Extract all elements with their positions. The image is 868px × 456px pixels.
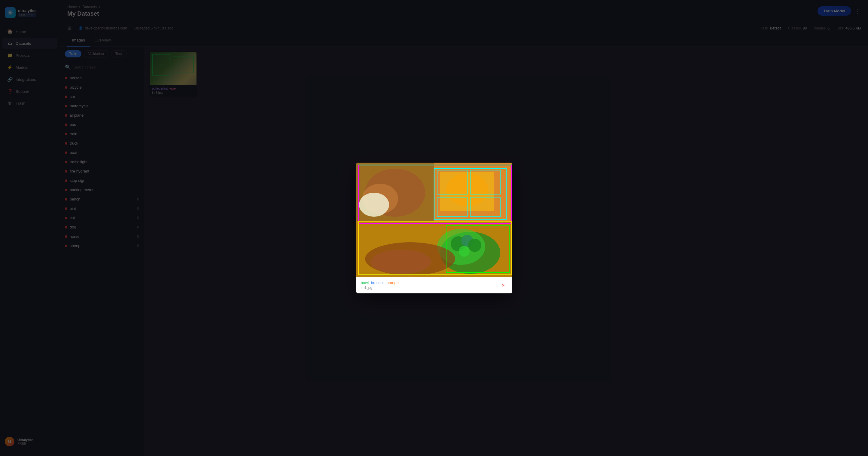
svg-point-20 — [371, 250, 431, 274]
modal-card: bowl, broccoli, orange im1.jpg × — [356, 163, 512, 293]
modal-filename: im1.jpg — [361, 285, 399, 290]
tag-orange: orange — [387, 280, 399, 285]
tag-bowl: bowl — [361, 280, 369, 285]
modal-tags: bowl, broccoli, orange — [361, 280, 399, 285]
modal-content: bowl, broccoli, orange im1.jpg — [361, 280, 399, 290]
tag-broccoli: broccoli — [371, 280, 384, 285]
svg-point-21 — [359, 193, 389, 217]
tag-comma2: , — [384, 280, 386, 285]
modal-close-button[interactable]: × — [499, 281, 507, 289]
modal-overlay[interactable]: bowl, broccoli, orange im1.jpg × — [0, 0, 868, 456]
modal-image-container — [356, 163, 512, 277]
modal-info: bowl, broccoli, orange im1.jpg × — [356, 277, 512, 293]
svg-point-18 — [459, 246, 470, 257]
svg-point-17 — [468, 239, 481, 252]
